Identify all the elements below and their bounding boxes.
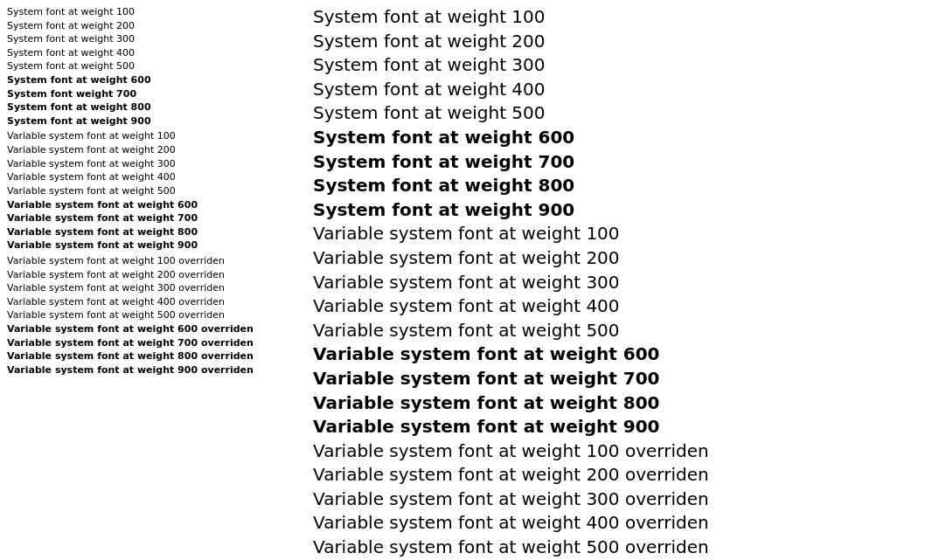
font-weight-line: Variable system font at weight 400 [313,294,925,319]
font-weight-line: System font at weight 900 [7,114,287,128]
font-weight-line: System font at weight 900 [313,198,925,223]
font-weight-line: System font at weight 600 [313,126,925,150]
font-weight-line: Variable system font at weight 400 [7,170,287,184]
right-variable-fonts: Variable system font at weight 100Variab… [313,222,925,439]
font-weight-line: Variable system font at weight 700 [7,211,287,225]
font-weight-line: Variable system font at weight 800 [7,225,287,239]
font-weight-line: Variable system font at weight 200 [313,246,925,271]
font-weight-line: System font at weight 800 [7,100,287,114]
font-weight-line: Variable system font at weight 100 [313,222,925,246]
font-weight-line: Variable system font at weight 100 overr… [313,439,925,464]
right-variable-overridden: Variable system font at weight 100 overr… [313,439,925,560]
font-weight-line: System font at weight 600 [7,73,287,87]
font-weight-line: System font at weight 300 [313,53,925,78]
font-weight-line: Variable system font at weight 100 overr… [7,254,287,268]
font-weight-line: System font at weight 200 [7,19,287,33]
font-weight-line: System font at weight 500 [7,59,287,73]
right-column: System font at weight 100System font at … [304,5,925,560]
font-weight-line: System font weight 700 [7,87,287,101]
font-weight-line: Variable system font at weight 500 [7,184,287,198]
font-weight-line: System font at weight 400 [7,46,287,60]
font-weight-line: Variable system font at weight 800 overr… [7,349,287,363]
font-weight-line: Variable system font at weight 900 [7,239,287,252]
font-weight-line: Variable system font at weight 200 overr… [7,268,287,282]
font-weight-line: Variable system font at weight 900 [313,415,925,439]
left-variable-overridden: Variable system font at weight 100 overr… [7,254,287,377]
font-weight-line: Variable system font at weight 500 overr… [313,536,925,560]
font-weight-line: Variable system font at weight 300 overr… [7,281,287,295]
font-weight-line: Variable system font at weight 400 overr… [7,295,287,309]
font-weight-line: Variable system font at weight 100 [7,129,287,143]
left-column: System font at weight 100System font at … [7,5,304,560]
font-weight-line: Variable system font at weight 200 overr… [313,463,925,487]
font-weight-line: System font at weight 100 [7,5,287,19]
font-weight-line: Variable system font at weight 800 [313,391,925,416]
font-weight-line: Variable system font at weight 700 overr… [7,336,287,350]
font-weight-line: Variable system font at weight 200 [7,143,287,157]
font-weight-line: Variable system font at weight 600 [7,198,287,212]
left-system-fonts: System font at weight 100System font at … [7,5,287,128]
right-system-fonts: System font at weight 100System font at … [313,5,925,222]
font-weight-line: System font at weight 200 [313,30,925,54]
font-weight-line: Variable system font at weight 500 [313,319,925,343]
font-weight-line: Variable system font at weight 900 overr… [7,363,287,377]
font-weight-line: Variable system font at weight 300 [313,271,925,295]
font-weight-line: System font at weight 400 [313,78,925,102]
font-weight-line: System font at weight 100 [313,5,925,30]
font-weight-line: System font at weight 700 [313,150,925,175]
font-weight-line: Variable system font at weight 300 overr… [313,487,925,512]
font-weight-line: Variable system font at weight 600 overr… [7,322,287,336]
font-weight-line: Variable system font at weight 500 overr… [7,308,287,322]
font-weight-line: Variable system font at weight 400 overr… [313,511,925,536]
left-variable-fonts: Variable system font at weight 100Variab… [7,129,287,252]
font-weight-line: System font at weight 500 [313,101,925,126]
font-weight-line: Variable system font at weight 600 [313,342,925,367]
font-weight-line: Variable system font at weight 300 [7,157,287,171]
font-weight-line: System font at weight 300 [7,32,287,46]
font-weight-line: Variable system font at weight 700 [313,367,925,391]
main-layout: System font at weight 100System font at … [7,5,925,560]
font-weight-line: System font at weight 800 [313,174,925,198]
